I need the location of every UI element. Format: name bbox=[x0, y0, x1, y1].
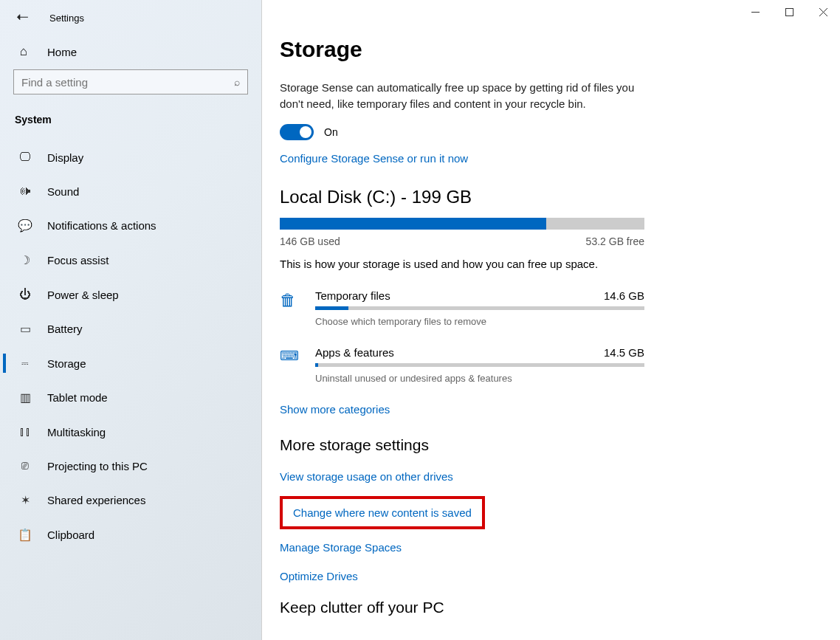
disk-used-label: 146 GB used bbox=[280, 235, 340, 247]
disk-title: Local Disk (C:) - 199 GB bbox=[280, 187, 813, 207]
title-bar bbox=[738, 0, 840, 24]
battery-icon: ▭ bbox=[18, 322, 32, 336]
sidebar-item-clipboard[interactable]: 📋 Clipboard bbox=[3, 517, 261, 552]
disk-usage-bar bbox=[280, 218, 644, 230]
storage-sense-toggle[interactable] bbox=[280, 124, 314, 140]
sidebar-item-power[interactable]: ⏻ Power & sleep bbox=[3, 278, 261, 312]
sidebar-item-storage[interactable]: ⎓ Storage bbox=[3, 346, 261, 380]
sidebar-item-label: Shared experiences bbox=[47, 494, 145, 506]
display-icon: 🖵 bbox=[18, 151, 32, 164]
sidebar: 🠐 Settings ⌂ Home ⌕ System 🖵 Display bbox=[0, 0, 262, 640]
keep-clutter-heading: Keep clutter off your PC bbox=[280, 599, 813, 616]
usage-note: This is how your storage is used and how… bbox=[280, 258, 813, 270]
sidebar-item-label: Tablet mode bbox=[47, 391, 108, 404]
sidebar-item-shared[interactable]: ✶ Shared experiences bbox=[3, 483, 261, 517]
maximize-button[interactable] bbox=[772, 0, 806, 24]
highlight-annotation: Change where new content is saved bbox=[280, 496, 485, 529]
sidebar-item-label: Projecting to this PC bbox=[47, 460, 148, 472]
sidebar-item-label: Multitasking bbox=[47, 426, 106, 438]
category-hint: Uninstall unused or undesired apps & fea… bbox=[315, 373, 644, 384]
show-more-categories-link[interactable]: Show more categories bbox=[280, 403, 813, 416]
close-button[interactable] bbox=[806, 0, 840, 24]
tablet-icon: ▥ bbox=[18, 390, 32, 405]
sound-icon: 🕪 bbox=[18, 185, 32, 198]
manage-storage-spaces-link[interactable]: Manage Storage Spaces bbox=[280, 541, 813, 554]
disk-usage-fill bbox=[280, 218, 546, 230]
sidebar-item-tablet[interactable]: ▥ Tablet mode bbox=[3, 380, 261, 415]
app-label: Settings bbox=[49, 13, 84, 24]
home-nav[interactable]: ⌂ Home bbox=[0, 31, 261, 69]
home-label: Home bbox=[47, 46, 77, 58]
disk-free-label: 53.2 GB free bbox=[586, 235, 644, 247]
optimize-drives-link[interactable]: Optimize Drives bbox=[280, 570, 813, 582]
multitasking-icon: ⫿⫿ bbox=[18, 425, 32, 438]
sidebar-item-label: Sound bbox=[47, 185, 79, 198]
sidebar-item-focus-assist[interactable]: ☽ Focus assist bbox=[3, 243, 261, 278]
search-input[interactable] bbox=[21, 76, 234, 89]
toggle-state-label: On bbox=[324, 126, 338, 138]
power-icon: ⏻ bbox=[18, 288, 32, 301]
back-arrow-icon[interactable]: 🠐 bbox=[16, 10, 29, 25]
apps-icon: ⌨ bbox=[280, 346, 300, 364]
category-size: 14.5 GB bbox=[604, 346, 644, 359]
category-apps-features[interactable]: ⌨ Apps & features 14.5 GB Uninstall unus… bbox=[280, 346, 644, 384]
view-other-drives-link[interactable]: View storage usage on other drives bbox=[280, 470, 813, 483]
sidebar-item-display[interactable]: 🖵 Display bbox=[3, 140, 261, 174]
projecting-icon: ⎚ bbox=[18, 459, 32, 472]
category-size: 14.6 GB bbox=[604, 289, 644, 302]
category-temporary-files[interactable]: 🗑 Temporary files 14.6 GB Choose which t… bbox=[280, 289, 644, 327]
change-where-saved-link[interactable]: Change where new content is saved bbox=[293, 506, 472, 519]
trash-icon: 🗑 bbox=[280, 289, 300, 310]
category-name: Apps & features bbox=[315, 346, 394, 359]
nav-list: 🖵 Display 🕪 Sound 💬 Notifications & acti… bbox=[0, 140, 261, 552]
configure-storage-sense-link[interactable]: Configure Storage Sense or run it now bbox=[280, 152, 813, 165]
sidebar-item-label: Focus assist bbox=[47, 254, 109, 266]
sidebar-item-sound[interactable]: 🕪 Sound bbox=[3, 174, 261, 208]
sidebar-item-label: Storage bbox=[47, 357, 86, 370]
home-icon: ⌂ bbox=[16, 44, 31, 59]
sidebar-item-battery[interactable]: ▭ Battery bbox=[3, 312, 261, 346]
sidebar-item-label: Battery bbox=[47, 323, 83, 335]
sidebar-item-label: Power & sleep bbox=[47, 289, 119, 301]
page-title: Storage bbox=[280, 37, 813, 62]
notifications-icon: 💬 bbox=[18, 219, 32, 233]
focus-assist-icon: ☽ bbox=[18, 253, 32, 267]
category-bar bbox=[315, 306, 644, 310]
sidebar-item-notifications[interactable]: 💬 Notifications & actions bbox=[3, 208, 261, 243]
sidebar-item-label: Display bbox=[47, 151, 83, 164]
search-icon: ⌕ bbox=[234, 76, 240, 88]
more-storage-settings-heading: More storage settings bbox=[280, 436, 813, 454]
sidebar-item-projecting[interactable]: ⎚ Projecting to this PC bbox=[3, 449, 261, 483]
sidebar-item-multitasking[interactable]: ⫿⫿ Multitasking bbox=[3, 415, 261, 449]
sidebar-item-label: Clipboard bbox=[47, 529, 94, 541]
minimize-button[interactable] bbox=[738, 0, 772, 24]
storage-icon: ⎓ bbox=[18, 357, 32, 370]
category-bar bbox=[315, 363, 644, 367]
clipboard-icon: 📋 bbox=[18, 528, 32, 542]
svg-rect-1 bbox=[785, 8, 793, 16]
category-hint: Choose which temporary files to remove bbox=[315, 316, 644, 327]
shared-icon: ✶ bbox=[18, 493, 32, 507]
sidebar-item-label: Notifications & actions bbox=[47, 219, 156, 232]
category-name: Temporary files bbox=[315, 289, 390, 302]
content-pane: Storage Storage Sense can automatically … bbox=[262, 0, 840, 640]
storage-sense-description: Storage Sense can automatically free up … bbox=[280, 80, 641, 112]
search-input-wrap[interactable]: ⌕ bbox=[13, 69, 248, 94]
sidebar-section-title: System bbox=[0, 108, 261, 140]
